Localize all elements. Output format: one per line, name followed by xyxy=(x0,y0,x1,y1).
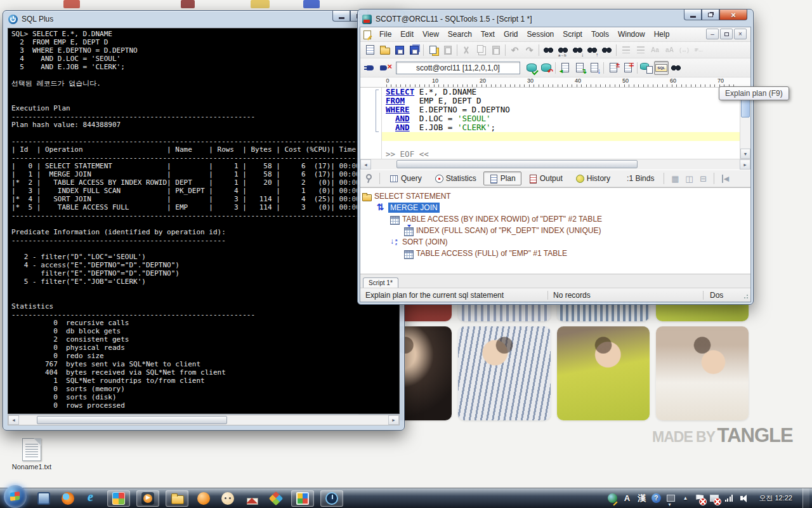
tab-binds[interactable]: :1 Binds xyxy=(617,171,660,185)
insert-column-button[interactable]: ◫ xyxy=(682,172,696,185)
action-center-flag-icon[interactable] xyxy=(695,492,705,505)
taskbar-internet-explorer-icon[interactable] xyxy=(83,490,101,507)
disconnect-button[interactable] xyxy=(377,61,392,75)
save-all-button[interactable] xyxy=(407,43,421,57)
menu-help[interactable]: Help xyxy=(650,28,674,41)
ime-language-icon[interactable] xyxy=(607,492,617,505)
taskbar-firefox-icon[interactable] xyxy=(59,490,77,507)
cut-button[interactable] xyxy=(459,43,474,57)
lowercase-button[interactable] xyxy=(648,43,662,57)
find-object-button[interactable] xyxy=(669,61,683,75)
tab-output[interactable]: Output xyxy=(523,171,568,185)
taskbar-power-app-icon[interactable] xyxy=(320,490,343,507)
taskbar-diamond-app-icon[interactable] xyxy=(267,490,285,507)
connection-combobox[interactable]: scott@orcl11 [11,2,0,1,0] xyxy=(396,62,520,74)
copy-append-button[interactable] xyxy=(426,43,440,57)
show-desktop-button[interactable] xyxy=(802,488,809,508)
first-record-button[interactable] xyxy=(718,172,732,185)
sqlplus-horizontal-scrollbar[interactable]: ◄ ► xyxy=(8,415,400,425)
taskbar-remote-app-icon[interactable] xyxy=(35,490,53,507)
open-file-button[interactable] xyxy=(377,43,392,57)
menu-file[interactable]: File xyxy=(375,28,396,41)
pin-icon[interactable] xyxy=(363,173,373,184)
tab-statistics[interactable]: Statistics xyxy=(429,171,482,185)
menu-search[interactable]: Search xyxy=(443,28,476,41)
ime-mode-a[interactable]: A xyxy=(622,492,632,505)
execute-step-button[interactable] xyxy=(572,61,587,75)
redo-button[interactable] xyxy=(522,43,537,57)
find-previous-button[interactable] xyxy=(585,43,599,57)
find-in-files-button[interactable] xyxy=(599,43,614,57)
plan-node-index-pk-dept[interactable]: INDEX (FULL SCAN) of "PK_DEPT" INDEX (UN… xyxy=(362,225,749,236)
sql-editor[interactable]: SELECT E.*, D.DNAME FROM EMP E, DEPT D W… xyxy=(360,88,750,159)
save-file-button[interactable] xyxy=(392,43,407,57)
menu-window[interactable]: Window xyxy=(613,28,650,41)
scroll-right-arrow[interactable]: ► xyxy=(388,415,399,425)
ime-help-icon[interactable]: ? xyxy=(651,492,661,505)
tray-show-hidden-icons[interactable]: ▲ xyxy=(680,492,690,505)
menu-grid[interactable]: Grid xyxy=(499,28,523,41)
menu-session[interactable]: Session xyxy=(523,28,559,41)
rollback-button[interactable] xyxy=(539,61,553,75)
template-button[interactable] xyxy=(691,43,706,57)
connect-button[interactable] xyxy=(363,61,377,75)
plan-node-sort-join[interactable]: SORT (JOIN) xyxy=(362,236,749,248)
windows-update-icon[interactable] xyxy=(709,492,719,505)
resize-grip[interactable] xyxy=(740,291,749,300)
close-button[interactable]: × xyxy=(719,10,747,20)
find-next-button[interactable] xyxy=(570,43,585,57)
scroll-right-arrow[interactable]: ► xyxy=(740,159,750,170)
ime-hanja[interactable]: 漢 xyxy=(636,492,646,505)
plan-node-select-statement[interactable]: SELECT STATEMENT xyxy=(362,190,749,202)
taskbar-windows-explorer-icon[interactable] xyxy=(166,490,188,507)
scroll-thumb[interactable] xyxy=(741,98,750,117)
new-file-button[interactable] xyxy=(363,43,377,57)
load-ddl-button[interactable] xyxy=(639,61,654,75)
normalize-button[interactable] xyxy=(677,43,691,57)
tab-history[interactable]: History xyxy=(570,171,616,185)
taskbar-color-app-icon[interactable] xyxy=(291,490,314,507)
outdent-button[interactable] xyxy=(633,43,648,57)
menu-text[interactable]: Text xyxy=(476,28,499,41)
scroll-left-arrow[interactable]: ◄ xyxy=(360,159,371,170)
menu-tools[interactable]: Tools xyxy=(587,28,613,41)
commit-button[interactable] xyxy=(524,61,539,75)
paste-button[interactable] xyxy=(488,43,503,57)
taskbar-messenger-icon[interactable] xyxy=(219,490,237,507)
copy-button[interactable] xyxy=(474,43,488,57)
undo-button[interactable] xyxy=(508,43,522,57)
editor-horizontal-scrollbar[interactable]: ◄ ► xyxy=(360,159,750,170)
mdi-restore-button[interactable] xyxy=(720,29,733,39)
taskbar-home-app-icon[interactable] xyxy=(243,490,261,507)
paste-special-button[interactable] xyxy=(440,43,455,57)
taskbar-media-suite-icon[interactable] xyxy=(107,490,130,507)
tab-plan[interactable]: Plan xyxy=(483,171,521,185)
scroll-left-arrow[interactable]: ◄ xyxy=(8,415,19,425)
start-button[interactable] xyxy=(4,485,27,508)
menu-view[interactable]: View xyxy=(418,28,443,41)
minimize-button[interactable] xyxy=(684,10,702,20)
editor-text[interactable]: SELECT E.*, D.DNAME FROM EMP E, DEPT D W… xyxy=(382,88,740,159)
mdi-minimize-button[interactable]: – xyxy=(706,29,719,39)
menu-script[interactable]: Script xyxy=(558,28,587,41)
mdi-close-button[interactable]: × xyxy=(734,29,747,39)
tab-query[interactable]: Query xyxy=(384,171,428,185)
menu-edit[interactable]: Edit xyxy=(396,28,418,41)
network-signal-icon[interactable] xyxy=(724,492,734,505)
find-button[interactable] xyxy=(541,43,556,57)
execute-minus-button[interactable] xyxy=(620,61,635,75)
indent-button[interactable] xyxy=(619,43,633,57)
minimize-button[interactable] xyxy=(332,11,350,22)
taskbar-clock[interactable]: 오전 12:22 xyxy=(752,493,799,503)
desktop-icon-noname1[interactable]: Noname1.txt xyxy=(8,438,56,471)
script-tab[interactable]: Script 1* xyxy=(363,277,398,288)
plan-node-table-access-dept[interactable]: TABLE ACCESS (BY INDEX ROWID) of "DEPT" … xyxy=(362,213,749,225)
plan-node-merge-join[interactable]: MERGE JOIN xyxy=(362,202,749,213)
execute-current-button[interactable] xyxy=(558,61,572,75)
taskbar-orange-app-icon[interactable] xyxy=(195,490,213,507)
sql-window-button[interactable] xyxy=(654,61,669,75)
insert-row-button[interactable]: ⊟ xyxy=(696,172,710,185)
volume-icon[interactable] xyxy=(738,492,749,505)
sqlplus-terminal[interactable]: SQL> SELECT E.*, D.DNAME 2 FROM EMP E, D… xyxy=(8,28,400,414)
execute-all-button[interactable] xyxy=(587,61,601,75)
